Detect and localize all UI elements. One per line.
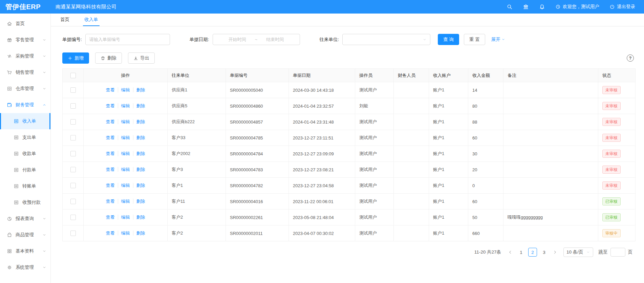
page-number-3[interactable]: 3 bbox=[540, 248, 549, 257]
row-checkbox[interactable] bbox=[70, 151, 76, 156]
search-button[interactable]: 查 询 bbox=[438, 34, 459, 45]
delete-link[interactable]: 删除 bbox=[133, 103, 148, 108]
tab-首页[interactable]: 首页 bbox=[59, 14, 71, 26]
cell-doc-date: 2023-12-27 23:11:51 bbox=[289, 130, 355, 146]
row-checkbox[interactable] bbox=[70, 215, 76, 220]
sidebar-item-系统管理[interactable]: 系统管理 bbox=[0, 259, 50, 276]
delete-link[interactable]: 删除 bbox=[133, 199, 148, 204]
cell-finance bbox=[394, 178, 429, 194]
view-link[interactable]: 查看 bbox=[103, 135, 118, 140]
app-logo[interactable]: 管伊佳ERP bbox=[0, 2, 51, 12]
sidebar-item-label: 仓库管理 bbox=[16, 86, 34, 92]
cell-doc-no: SR00000004785 bbox=[226, 130, 289, 146]
delete-link[interactable]: 删除 bbox=[133, 87, 148, 92]
prev-page-icon[interactable] bbox=[507, 248, 514, 256]
delete-link[interactable]: 删除 bbox=[133, 151, 148, 156]
status-badge: 未审核 bbox=[602, 150, 621, 158]
row-checkbox[interactable] bbox=[70, 119, 76, 125]
select-all-checkbox[interactable] bbox=[70, 73, 76, 78]
row-checkbox[interactable] bbox=[70, 103, 76, 109]
edit-link[interactable]: 编辑 bbox=[118, 231, 133, 236]
export-button[interactable]: 导出 bbox=[128, 52, 155, 64]
edit-link[interactable]: 编辑 bbox=[118, 151, 133, 156]
row-checkbox[interactable] bbox=[70, 135, 76, 140]
welcome-user[interactable]: 欢迎您，测试用户 bbox=[555, 4, 599, 10]
expand-link[interactable]: 展开 bbox=[491, 37, 505, 43]
edit-link[interactable]: 编辑 bbox=[118, 135, 133, 140]
row-checkbox[interactable] bbox=[70, 199, 76, 204]
logout-button[interactable]: 退出登录 bbox=[609, 4, 635, 10]
next-page-icon[interactable] bbox=[551, 248, 559, 256]
view-link[interactable]: 查看 bbox=[103, 103, 118, 108]
sidebar-item-商品管理[interactable]: 商品管理 bbox=[0, 227, 50, 243]
table-row: 查看编辑删除客户11SR000000040162023-11-22 00:06:… bbox=[63, 194, 636, 210]
reset-button[interactable]: 重 置 bbox=[464, 34, 485, 45]
delete-link[interactable]: 删除 bbox=[133, 231, 148, 236]
cell-unit: 客户2002 bbox=[168, 146, 226, 162]
edit-link[interactable]: 编辑 bbox=[118, 87, 133, 92]
column-header: 操作员 bbox=[355, 69, 394, 82]
page-size-select[interactable]: 10 条/页 bbox=[563, 247, 593, 257]
delete-button[interactable]: 删除 bbox=[95, 52, 122, 64]
sidebar-item-收预付款[interactable]: 收预付款 bbox=[0, 194, 50, 211]
delete-link[interactable]: 删除 bbox=[133, 215, 148, 220]
chevron-down bbox=[42, 54, 46, 58]
jump-page-input[interactable] bbox=[610, 248, 625, 257]
sidebar-item-转账单[interactable]: 转账单 bbox=[0, 178, 50, 194]
search-icon[interactable] bbox=[507, 4, 513, 10]
row-checkbox[interactable] bbox=[70, 231, 76, 236]
view-link[interactable]: 查看 bbox=[103, 119, 118, 124]
edit-link[interactable]: 编辑 bbox=[118, 103, 133, 108]
sidebar-item-首页[interactable]: 首页 bbox=[0, 16, 50, 32]
sidebar-item-收入单[interactable]: 收入单 bbox=[0, 113, 50, 129]
view-link[interactable]: 查看 bbox=[103, 231, 118, 236]
logout-label: 退出登录 bbox=[617, 4, 635, 10]
bank-icon[interactable] bbox=[523, 4, 529, 10]
chevron-down bbox=[42, 38, 46, 42]
doc-no-input[interactable] bbox=[85, 34, 170, 45]
row-checkbox[interactable] bbox=[70, 167, 76, 172]
date-range-picker[interactable]: 开始时间 ~ 结束时间 bbox=[213, 34, 300, 45]
topbar-actions: 欢迎您，测试用户 退出登录 bbox=[507, 4, 644, 10]
delete-label: 删除 bbox=[107, 55, 116, 61]
sidebar-item-仓库管理[interactable]: 仓库管理 bbox=[0, 81, 50, 97]
sidebar-item-零售管理[interactable]: 零售管理 bbox=[0, 32, 50, 48]
sidebar-item-基本资料[interactable]: 基本资料 bbox=[0, 243, 50, 259]
edit-link[interactable]: 编辑 bbox=[118, 119, 133, 124]
delete-link[interactable]: 删除 bbox=[133, 167, 148, 172]
edit-link[interactable]: 编辑 bbox=[118, 215, 133, 220]
cell-remark bbox=[503, 82, 598, 98]
tab-收入单[interactable]: 收入单 bbox=[83, 14, 100, 26]
unit-select[interactable] bbox=[342, 34, 430, 45]
help-icon[interactable]: ? bbox=[627, 55, 634, 62]
page-number-2[interactable]: 2 bbox=[528, 248, 537, 257]
view-link[interactable]: 查看 bbox=[103, 151, 118, 156]
row-checkbox[interactable] bbox=[70, 183, 76, 188]
edit-link[interactable]: 编辑 bbox=[118, 167, 133, 172]
bell-icon[interactable] bbox=[539, 4, 545, 10]
sidebar-item-支出单[interactable]: 支出单 bbox=[0, 129, 50, 146]
delete-link[interactable]: 删除 bbox=[133, 135, 148, 140]
sidebar-item-采购管理[interactable]: 采购管理 bbox=[0, 48, 50, 64]
edit-link[interactable]: 编辑 bbox=[118, 183, 133, 188]
page-number-1[interactable]: 1 bbox=[517, 248, 525, 257]
sidebar-item-报表查询[interactable]: 报表查询 bbox=[0, 211, 50, 227]
row-checkbox[interactable] bbox=[70, 87, 76, 93]
sidebar-item-label: 付款单 bbox=[22, 167, 36, 173]
cell-finance bbox=[394, 210, 429, 225]
delete-link[interactable]: 删除 bbox=[133, 119, 148, 124]
edit-link[interactable]: 编辑 bbox=[118, 199, 133, 204]
view-link[interactable]: 查看 bbox=[103, 183, 118, 188]
view-link[interactable]: 查看 bbox=[103, 167, 118, 172]
sidebar-item-付款单[interactable]: 付款单 bbox=[0, 162, 50, 178]
delete-link[interactable]: 删除 bbox=[133, 183, 148, 188]
sidebar-item-收款单[interactable]: 收款单 bbox=[0, 146, 50, 162]
view-link[interactable]: 查看 bbox=[103, 87, 118, 92]
expand-label: 展开 bbox=[491, 37, 500, 43]
cell-operator: 测试用户 bbox=[355, 114, 394, 130]
sidebar-item-财务管理[interactable]: 财务管理 bbox=[0, 97, 50, 113]
view-link[interactable]: 查看 bbox=[103, 215, 118, 220]
sidebar-item-销售管理[interactable]: 销售管理 bbox=[0, 64, 50, 81]
view-link[interactable]: 查看 bbox=[103, 199, 118, 204]
add-button[interactable]: 新增 bbox=[62, 52, 89, 64]
